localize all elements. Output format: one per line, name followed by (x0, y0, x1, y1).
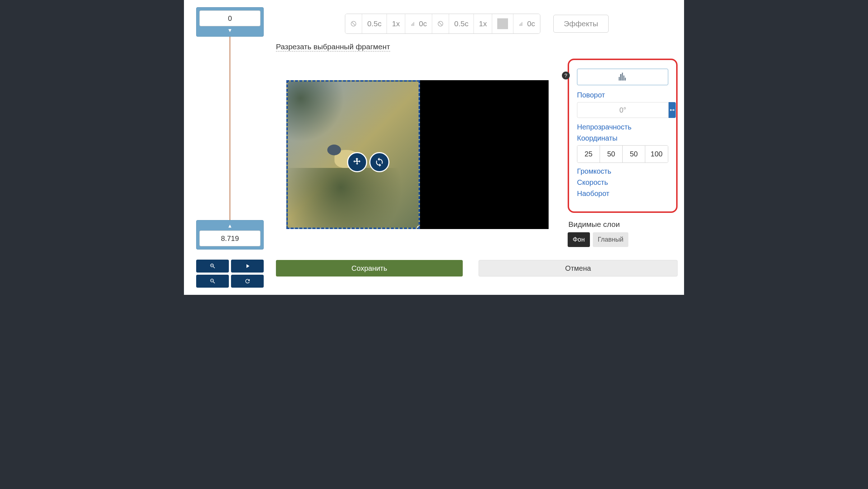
bottom-actions: Сохранить Отмена (276, 260, 678, 277)
timeline-column: ▼ ▲ (190, 7, 269, 288)
effects-button[interactable]: Эффекты (553, 15, 608, 33)
svg-rect-2 (411, 24, 412, 26)
svg-rect-14 (625, 78, 626, 81)
timeline-end-box: ▲ (196, 220, 264, 250)
save-button[interactable]: Сохранить (276, 260, 463, 277)
rotation-row (577, 102, 668, 118)
timeline-track[interactable] (230, 37, 230, 220)
coords-label[interactable]: Координаты (577, 134, 668, 142)
zoom-out-icon (209, 278, 216, 284)
coord-x1[interactable]: 25 (577, 146, 600, 163)
app-container: ▼ ▲ 0. (184, 0, 684, 295)
reload-icon (244, 278, 251, 284)
layer-background-button[interactable]: Фон (568, 232, 590, 247)
zoom-in-icon (209, 263, 216, 269)
bars-icon (410, 20, 417, 27)
svg-rect-13 (619, 77, 620, 81)
duration-b[interactable]: 0.5c (449, 14, 474, 33)
coord-x2[interactable]: 50 (623, 146, 645, 163)
fade-a[interactable]: 0c (405, 14, 432, 33)
volume-label[interactable]: Громкость (577, 167, 668, 175)
main-column: 0.5c 1x 0c 0.5c 1x 0c Эффекты Разреза (276, 7, 678, 288)
canvas-wrap (276, 59, 561, 247)
foliage-decoration (286, 168, 420, 229)
timeline-start-input[interactable] (199, 10, 260, 26)
color-swatch[interactable] (492, 14, 513, 33)
layer-main-button[interactable]: Главный (593, 232, 629, 247)
move-icon (352, 157, 362, 167)
svg-rect-10 (620, 74, 622, 81)
duration-a[interactable]: 0.5c (362, 14, 387, 33)
main-row: ? Поворот Непрозрачность (276, 59, 678, 247)
rotation-label[interactable]: Поворот (577, 91, 668, 99)
svg-rect-9 (522, 22, 522, 26)
zoom-out-button[interactable] (196, 275, 229, 288)
svg-rect-4 (414, 22, 414, 26)
bars-icon (518, 20, 525, 27)
chevron-down-icon[interactable]: ▼ (199, 28, 260, 33)
play-button[interactable] (231, 260, 264, 273)
opacity-label[interactable]: Непрозрачность (577, 123, 668, 131)
bird-decoration (327, 145, 341, 155)
layer-overlay-controls (347, 152, 389, 172)
help-badge[interactable]: ? (562, 72, 570, 79)
top-toolbar: 0.5c 1x 0c 0.5c 1x 0c Эффекты (276, 14, 678, 42)
svg-rect-12 (623, 76, 624, 81)
cut-fragment-link[interactable]: Разрезать выбранный фрагмент (276, 42, 390, 51)
ban-icon (437, 20, 444, 27)
layer-thumbnail[interactable] (577, 69, 668, 85)
svg-rect-8 (521, 23, 521, 26)
timeline-controls (196, 260, 264, 288)
no-transition-a[interactable] (345, 14, 362, 33)
chevron-up-icon[interactable]: ▲ (199, 223, 260, 229)
speed-b[interactable]: 1x (474, 14, 492, 33)
selected-layer[interactable] (286, 80, 420, 229)
svg-line-1 (352, 22, 355, 26)
flip-horizontal-button[interactable] (669, 102, 676, 118)
move-handle[interactable] (347, 152, 367, 172)
properties-panel: Поворот Непрозрачность Координаты 25 50 … (568, 59, 678, 213)
zoom-in-button[interactable] (196, 260, 229, 273)
ban-icon (350, 20, 357, 27)
foliage-decoration (286, 80, 356, 154)
layer-buttons: Фон Главный (568, 232, 678, 247)
timeline-end-input[interactable] (199, 230, 260, 246)
flip-horizontal-icon (669, 106, 676, 114)
properties-panel-wrap: ? Поворот Непрозрачность (568, 59, 678, 247)
svg-rect-7 (520, 24, 520, 26)
speed-label[interactable]: Скорость (577, 178, 668, 187)
visible-layers-title: Видимые слои (568, 220, 678, 229)
speed-a[interactable]: 1x (387, 14, 405, 33)
cancel-button[interactable]: Отмена (479, 260, 678, 277)
svg-line-6 (439, 22, 442, 26)
preview-canvas[interactable] (286, 80, 549, 229)
svg-rect-11 (622, 73, 623, 81)
rotation-input[interactable] (577, 102, 669, 118)
coord-y2[interactable]: 100 (645, 146, 668, 163)
transition-group-a: 0.5c 1x 0c 0.5c 1x 0c (345, 14, 540, 34)
coords-row: 25 50 50 100 (577, 145, 668, 163)
svg-rect-3 (412, 23, 413, 26)
play-icon (244, 263, 251, 269)
thumbnail-icon (617, 73, 629, 81)
no-transition-b[interactable] (432, 14, 449, 33)
timeline-start-box: ▼ (196, 7, 264, 37)
resize-icon (420, 228, 420, 229)
sync-handle[interactable] (369, 152, 389, 172)
sync-icon (374, 157, 384, 167)
coord-y1[interactable]: 50 (600, 146, 623, 163)
fade-b[interactable]: 0c (513, 14, 540, 33)
reverse-label[interactable]: Наоборот (577, 189, 668, 198)
reload-button[interactable] (231, 275, 264, 288)
